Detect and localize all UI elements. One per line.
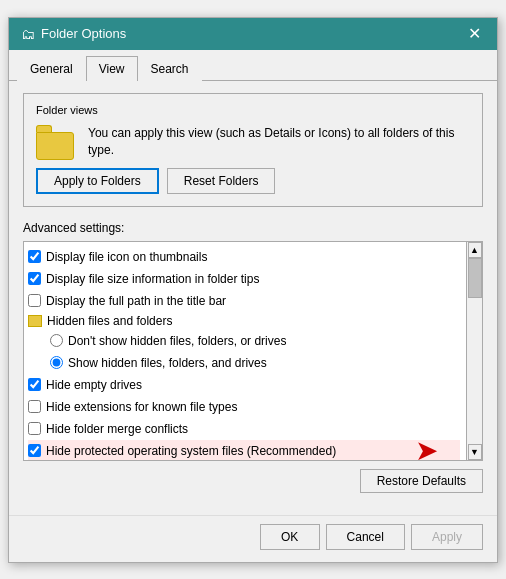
list-item: Display file icon on thumbnails — [28, 246, 460, 268]
checkbox-file-icon[interactable] — [28, 250, 41, 263]
title-bar: 🗂 Folder Options ✕ — [9, 18, 497, 50]
list-item: Display the full path in the title bar — [28, 290, 460, 312]
folder-icon-tab — [36, 125, 52, 132]
title-bar-content: 🗂 Folder Options — [21, 26, 126, 42]
setting-label: Don't show hidden files, folders, or dri… — [68, 332, 286, 350]
setting-label: Show hidden files, folders, and drives — [68, 354, 267, 372]
list-item: Show hidden files, folders, and drives — [28, 352, 460, 374]
setting-label: Hide protected operating system files (R… — [46, 442, 336, 460]
cancel-button[interactable]: Cancel — [326, 524, 405, 550]
checkbox-hide-empty-drives[interactable] — [28, 378, 41, 391]
setting-label: Hide empty drives — [46, 376, 142, 394]
advanced-label: Advanced settings: — [23, 221, 483, 235]
setting-label: Display the full path in the title bar — [46, 292, 226, 310]
apply-to-folders-button[interactable]: Apply to Folders — [36, 168, 159, 194]
setting-label: Display file size information in folder … — [46, 270, 259, 288]
list-item: Display file size information in folder … — [28, 268, 460, 290]
scroll-up-button[interactable]: ▲ — [468, 242, 482, 258]
restore-row: Restore Defaults — [23, 469, 483, 493]
radio-dont-show[interactable] — [50, 334, 63, 347]
folder-options-dialog: 🗂 Folder Options ✕ General View Search F… — [8, 17, 498, 563]
dialog-title: Folder Options — [41, 26, 126, 41]
folder-buttons: Apply to Folders Reset Folders — [36, 168, 470, 194]
restore-defaults-button[interactable]: Restore Defaults — [360, 469, 483, 493]
scrollbar[interactable]: ▲ ▼ — [466, 242, 482, 460]
folder-type-icon — [28, 315, 42, 327]
dialog-icon: 🗂 — [21, 26, 35, 42]
tab-content: Folder views You can apply this view (su… — [9, 81, 497, 511]
apply-button[interactable]: Apply — [411, 524, 483, 550]
folder-views-label: Folder views — [36, 104, 470, 116]
close-button[interactable]: ✕ — [464, 26, 485, 42]
ok-button[interactable]: OK — [260, 524, 320, 550]
settings-items: Display file icon on thumbnails Display … — [24, 242, 466, 461]
checkbox-hide-extensions[interactable] — [28, 400, 41, 413]
setting-label: Display file icon on thumbnails — [46, 248, 207, 266]
list-item-highlighted: Hide protected operating system files (R… — [28, 440, 460, 461]
reset-folders-button[interactable]: Reset Folders — [167, 168, 276, 194]
arrow-indicator: ➤ — [415, 430, 438, 461]
tab-search[interactable]: Search — [138, 56, 202, 81]
bottom-buttons: OK Cancel Apply — [9, 515, 497, 562]
settings-list: Display file icon on thumbnails Display … — [23, 241, 483, 461]
checkbox-hide-folder-merge[interactable] — [28, 422, 41, 435]
checkbox-file-size[interactable] — [28, 272, 41, 285]
radio-show-hidden[interactable] — [50, 356, 63, 369]
scroll-down-button[interactable]: ▼ — [468, 444, 482, 460]
scrollbar-thumb[interactable] — [468, 258, 482, 298]
folder-views-description: You can apply this view (such as Details… — [88, 125, 470, 159]
arrow-icon: ➤ — [415, 430, 438, 461]
tab-bar: General View Search — [9, 50, 497, 81]
list-item: Hide folder merge conflicts — [28, 418, 460, 440]
setting-label: Hidden files and folders — [47, 314, 172, 328]
list-item: Don't show hidden files, folders, or dri… — [28, 330, 460, 352]
setting-label: Hide folder merge conflicts — [46, 420, 188, 438]
list-item: Hidden files and folders — [28, 312, 460, 330]
list-item: Hide extensions for known file types — [28, 396, 460, 418]
settings-list-container: Display file icon on thumbnails Display … — [23, 241, 483, 461]
list-item: Hide empty drives — [28, 374, 460, 396]
setting-label: Hide extensions for known file types — [46, 398, 237, 416]
folder-views-inner: You can apply this view (such as Details… — [36, 124, 470, 160]
folder-icon-body — [36, 132, 74, 160]
folder-views-group: Folder views You can apply this view (su… — [23, 93, 483, 207]
folder-icon — [36, 124, 76, 160]
tab-general[interactable]: General — [17, 56, 86, 81]
checkbox-full-path[interactable] — [28, 294, 41, 307]
checkbox-hide-protected[interactable] — [28, 444, 41, 457]
tab-view[interactable]: View — [86, 56, 138, 81]
